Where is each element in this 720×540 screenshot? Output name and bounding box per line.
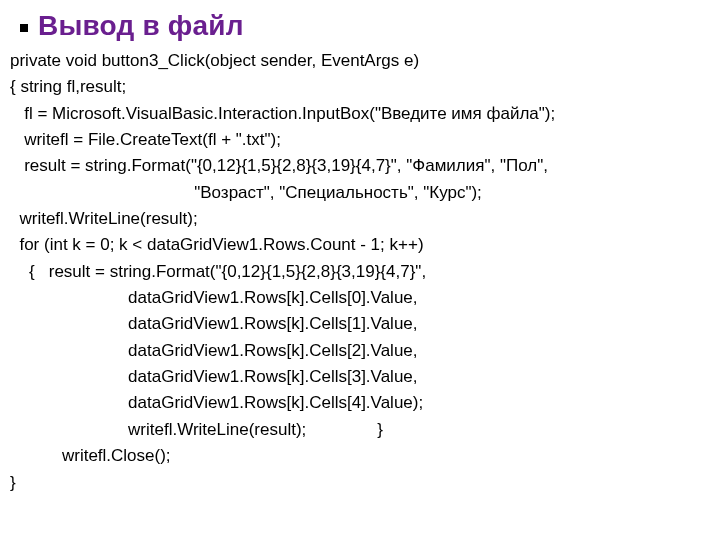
slide-title: Вывод в файл xyxy=(38,10,244,42)
code-block: private void button3_Click(object sender… xyxy=(6,48,714,496)
title-row: Вывод в файл xyxy=(6,10,714,42)
slide: Вывод в файл private void button3_Click(… xyxy=(0,0,720,506)
bullet-icon xyxy=(20,24,28,32)
